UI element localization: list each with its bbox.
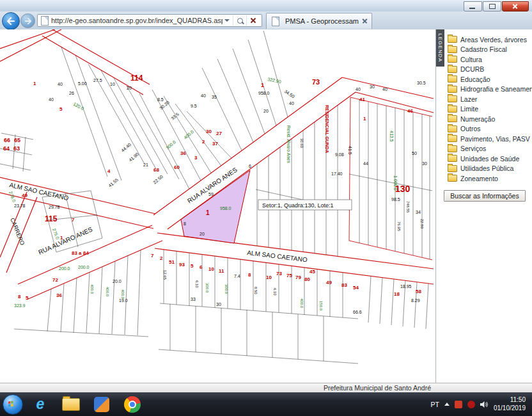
- language-indicator[interactable]: PT: [431, 401, 439, 408]
- legend-item[interactable]: Limite: [448, 104, 532, 115]
- map-label: 300.0: [224, 284, 228, 294]
- map-label: 35: [212, 95, 217, 99]
- legend-item[interactable]: Cultura: [448, 54, 532, 65]
- map-label: 37: [212, 141, 218, 147]
- map-label: 5: [59, 106, 63, 112]
- legend-item-label: Pavimento, Vias, PASV e Onibus: [460, 135, 532, 143]
- explorer-taskbar-button[interactable]: [60, 395, 82, 414]
- system-tray: PT 11:50 01/10/2019: [431, 396, 532, 412]
- legend-item-label: Utilidades Pública: [460, 164, 513, 172]
- chevron-down-icon[interactable]: [224, 19, 230, 24]
- folder-icon: [448, 86, 457, 93]
- map-label: 63: [13, 145, 20, 152]
- minimize-button[interactable]: [464, 1, 482, 12]
- map-label: 400.0: [183, 129, 194, 140]
- browser-tab[interactable]: PMSA - Geoprocessamento: [266, 13, 372, 29]
- map-label: 10: [208, 266, 214, 272]
- page-content: ALM SAO CAETANORUA ALVARO ANESRUA ALVARO…: [0, 29, 532, 383]
- legend-item[interactable]: Numeração: [448, 114, 532, 124]
- map-label: 41: [359, 97, 365, 102]
- search-button[interactable]: [233, 15, 246, 26]
- legend-item[interactable]: DCURB: [448, 65, 532, 75]
- start-button[interactable]: [3, 394, 23, 415]
- address-bar[interactable]: http://e-geo.santoandre.sp.gov.br/index_…: [37, 14, 262, 27]
- app-taskbar-button[interactable]: [91, 395, 113, 414]
- map-label: 93: [179, 262, 185, 268]
- map-label: 5.00: [78, 81, 87, 86]
- legend-item[interactable]: Unidades de Saúde: [448, 154, 532, 164]
- tray-alert-icon[interactable]: [467, 401, 475, 408]
- stop-button[interactable]: [246, 15, 260, 26]
- buscar-informacoes-button[interactable]: Buscar as Informações: [444, 190, 526, 202]
- map-label: 66.6: [353, 310, 362, 314]
- map-label: 29.78: [49, 205, 60, 209]
- map-label: 58: [416, 289, 421, 294]
- legend-item[interactable]: Utilidades Pública: [448, 164, 532, 174]
- map-label: 8.29: [411, 298, 420, 303]
- legend-item[interactable]: Outros: [448, 124, 532, 134]
- folder-icon: [448, 46, 457, 53]
- map-label: 400.0: [300, 298, 304, 308]
- map-label: 30.60: [300, 138, 304, 148]
- tab-close-icon[interactable]: [362, 19, 368, 24]
- map-label: 6.10: [195, 280, 199, 288]
- map-label: 120.0: [73, 102, 85, 111]
- url-text[interactable]: http://e-geo.santoandre.sp.gov.br/index_…: [51, 17, 223, 24]
- back-button[interactable]: [2, 12, 20, 30]
- legend-item-label: Cultura: [460, 56, 482, 63]
- maximize-icon: [489, 4, 496, 9]
- clock[interactable]: 11:50 01/10/2019: [494, 396, 526, 412]
- legend-item[interactable]: Educação: [448, 74, 532, 84]
- map-label: 33: [191, 297, 196, 301]
- cadastral-map[interactable]: ALM SAO CAETANORUA ALVARO ANESRUA ALVARO…: [0, 29, 435, 383]
- map-label: 10: [266, 275, 272, 280]
- map-label: 40: [201, 93, 206, 98]
- map-label: 8.50: [254, 287, 258, 294]
- forward-button[interactable]: [20, 13, 35, 28]
- map-label: 80: [304, 276, 310, 282]
- tooltip-text: Setor:1, Quadra:130, Lote:1: [262, 202, 334, 209]
- map-label: 1: [261, 82, 264, 88]
- chrome-taskbar-button[interactable]: [121, 395, 143, 414]
- map-label: 18.95: [400, 284, 412, 289]
- map-area[interactable]: ALM SAO CAETANORUA ALVARO ANESRUA ALVARO…: [0, 29, 436, 383]
- stop-icon: [250, 17, 256, 24]
- map-label: 400.0: [106, 287, 109, 297]
- legend-item[interactable]: Zoneamento: [448, 173, 532, 184]
- legend-item[interactable]: Areas Verdes, árvores: [448, 35, 532, 45]
- map-label: 75: [286, 273, 292, 278]
- folder-icon: [448, 175, 457, 182]
- map-label: 36: [180, 150, 186, 156]
- legend-item[interactable]: Cadastro Fiscal: [448, 45, 532, 55]
- hidden-icons-caret[interactable]: [444, 400, 450, 406]
- folder-icon: [448, 56, 457, 63]
- maximize-button[interactable]: [483, 1, 501, 12]
- legend-tab[interactable]: LEGENDA: [436, 29, 444, 67]
- map-label: 23.78: [14, 204, 26, 208]
- map-label: 30: [370, 84, 375, 89]
- map-label: 21: [143, 163, 148, 167]
- volume-icon[interactable]: [480, 401, 489, 408]
- folder-icon: [62, 398, 80, 411]
- folder-icon: [448, 115, 457, 122]
- legend-item[interactable]: Lazer: [448, 94, 532, 104]
- map-label: 2: [160, 255, 163, 261]
- map-label: 30: [216, 302, 221, 307]
- tray-app-icon[interactable]: [455, 401, 462, 408]
- map-label: 41.90: [128, 152, 139, 163]
- map-label: 20.0: [113, 279, 121, 284]
- legend-item[interactable]: Serviços: [448, 144, 532, 154]
- close-button[interactable]: [502, 1, 529, 12]
- legend-item-label: Zoneamento: [460, 175, 498, 182]
- map-label: 44: [363, 161, 368, 166]
- taskbar: e PT 11:50 01/10/2019: [0, 392, 532, 416]
- map-label: 68: [153, 167, 159, 173]
- legend-item[interactable]: Hidrografia e Saneamento: [448, 84, 532, 95]
- map-label: 7.4: [234, 274, 240, 278]
- legend-item[interactable]: Pavimento, Vias, PASV e Onibus: [448, 134, 532, 144]
- window-titlebar: [0, 0, 532, 12]
- legend-item-label: DCURB: [460, 65, 484, 73]
- map-label: 51: [169, 259, 175, 265]
- map-label: 45: [309, 269, 315, 275]
- ie-taskbar-button[interactable]: e: [29, 395, 51, 414]
